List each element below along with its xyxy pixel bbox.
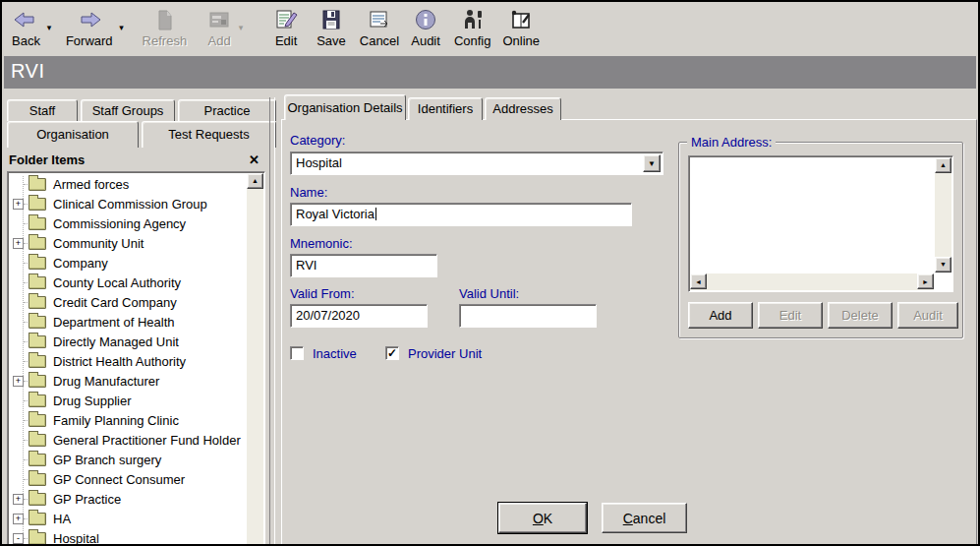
tree-item[interactable]: General Practitioner Fund Holder — [8, 430, 247, 450]
tree-item[interactable]: Company — [8, 253, 247, 273]
tree-vertical-scrollbar[interactable]: ▲ — [247, 173, 263, 545]
tree-item[interactable]: - Hospital — [8, 528, 247, 546]
tree-expander-icon[interactable]: + — [13, 199, 24, 210]
cancel-button[interactable]: Cancel — [358, 5, 401, 49]
tab-organisation-details[interactable]: Organisation Details — [284, 94, 406, 120]
folder-icon — [29, 414, 46, 427]
address-add-button[interactable]: Add — [688, 302, 753, 329]
tree-item[interactable]: Credit Card Company — [8, 292, 247, 312]
tree-item[interactable]: + Community Unit — [8, 233, 247, 253]
edit-icon — [273, 6, 299, 33]
online-label: Online — [502, 33, 540, 48]
tree-item-label: Department of Health — [53, 315, 175, 330]
folder-icon — [29, 355, 46, 368]
folder-icon — [29, 296, 46, 309]
category-select[interactable]: Hospital ▼ — [290, 152, 663, 175]
main-address-listbox[interactable]: ▲ ▼ ◄ ► — [688, 155, 953, 292]
folder-icon — [29, 276, 46, 289]
audit-label: Audit — [411, 33, 440, 48]
back-dropdown-arrow[interactable]: ▾ — [42, 23, 56, 32]
scroll-up-icon[interactable]: ▲ — [935, 157, 951, 173]
tree-expander-icon[interactable]: + — [13, 514, 24, 524]
tree-item[interactable]: County Local Authority — [8, 273, 247, 292]
ok-button[interactable]: OK — [498, 503, 587, 533]
back-icon — [13, 6, 38, 33]
tree-item[interactable]: GP Connect Consumer — [8, 469, 247, 489]
mnemonic-label: Mnemonic: — [290, 236, 353, 251]
tab-test-requests[interactable]: Test Requests — [142, 121, 276, 148]
mnemonic-value: RVI — [296, 258, 317, 273]
tab-identifiers[interactable]: Identifiers — [408, 97, 483, 120]
tree-item-label: HA — [53, 512, 71, 526]
tree-item[interactable]: Department of Health — [8, 312, 247, 332]
name-input[interactable]: Royal Victoria — [290, 203, 632, 226]
valid-from-value: 20/07/2020 — [296, 308, 360, 323]
tree-item-label: Community Unit — [53, 236, 144, 251]
panel-splitter[interactable] — [269, 97, 275, 544]
back-label: Back — [12, 33, 40, 48]
name-value: Royal Victoria — [296, 207, 376, 221]
page-title: RVI — [11, 60, 44, 82]
forward-dropdown-arrow[interactable]: ▾ — [115, 23, 129, 32]
valid-until-input[interactable] — [459, 304, 597, 328]
forward-icon — [77, 6, 102, 33]
audit-button[interactable]: Audit — [409, 5, 442, 49]
folder-icon — [29, 375, 46, 388]
tree-item[interactable]: + Drug Manufacturer — [8, 371, 247, 391]
scroll-right-icon[interactable]: ► — [917, 273, 934, 289]
listbox-vertical-scrollbar[interactable]: ▲ ▼ — [935, 157, 951, 273]
close-icon[interactable]: ✕ — [249, 152, 259, 167]
folder-icon — [29, 198, 46, 211]
scroll-left-icon[interactable]: ◄ — [690, 273, 707, 289]
tree-item[interactable]: District Health Authority — [8, 351, 247, 371]
cancel-dialog-button[interactable]: Cancel — [602, 503, 687, 533]
address-audit-button: Audit — [897, 302, 958, 329]
folder-icon — [29, 335, 46, 348]
folder-items-title: Folder Items — [9, 152, 85, 167]
tree-item-label: County Local Authority — [53, 275, 181, 290]
valid-from-input[interactable]: 20/07/2020 — [290, 304, 428, 328]
cancel-icon — [367, 6, 392, 33]
tree-item[interactable]: + Clinical Commission Group — [8, 194, 247, 213]
tree-expander-icon[interactable]: + — [13, 376, 24, 387]
listbox-horizontal-scrollbar[interactable]: ◄ ► — [690, 273, 934, 290]
combo-arrow-icon[interactable]: ▼ — [643, 154, 661, 172]
edit-button[interactable]: Edit — [271, 5, 301, 49]
tree-item[interactable]: Armed forces — [8, 174, 247, 194]
tree-item[interactable]: GP Branch surgery — [8, 450, 247, 469]
inactive-checkbox[interactable] — [290, 346, 304, 360]
tree-item[interactable]: + HA — [8, 509, 247, 528]
tree-item[interactable]: + GP Practice — [8, 489, 247, 509]
add-icon — [206, 6, 232, 33]
tab-staff[interactable]: Staff — [7, 99, 78, 121]
tree-expander-icon[interactable]: - — [13, 533, 24, 544]
refresh-icon — [151, 6, 177, 33]
mnemonic-input[interactable]: RVI — [290, 254, 437, 277]
category-value: Hospital — [296, 155, 342, 170]
config-icon — [460, 6, 486, 33]
scroll-down-icon[interactable]: ▼ — [935, 257, 951, 273]
scroll-up-icon[interactable]: ▲ — [247, 173, 263, 189]
provider-unit-checkbox[interactable]: ✓ — [385, 346, 399, 360]
tree-expander-icon[interactable]: + — [13, 494, 24, 505]
save-button[interactable]: Save — [315, 5, 348, 49]
back-button[interactable]: Back — [10, 5, 42, 49]
tree-item[interactable]: Directly Managed Unit — [8, 332, 247, 351]
forward-button[interactable]: Forward — [64, 5, 115, 49]
tree-item[interactable]: Commissioning Agency — [8, 213, 247, 233]
audit-icon — [413, 6, 438, 33]
tree-expander-icon[interactable]: + — [13, 238, 24, 249]
tree-item-label: Credit Card Company — [53, 295, 177, 310]
tab-organisation[interactable]: Organisation — [7, 121, 139, 148]
folder-icon — [29, 257, 46, 270]
tab-staff-groups[interactable]: Staff Groups — [81, 99, 175, 121]
online-button[interactable]: Online — [500, 5, 542, 49]
provider-unit-checkbox-label: Provider Unit — [408, 346, 482, 361]
tree-item-label: Company — [53, 256, 108, 271]
tree-item[interactable]: Drug Supplier — [8, 391, 247, 410]
tab-addresses[interactable]: Addresses — [485, 97, 561, 120]
tab-practice[interactable]: Practice — [178, 99, 276, 121]
tree-item[interactable]: Family Planning Clinic — [8, 410, 247, 430]
config-button[interactable]: Config — [452, 5, 493, 49]
tree-item-label: Directly Managed Unit — [53, 334, 179, 349]
